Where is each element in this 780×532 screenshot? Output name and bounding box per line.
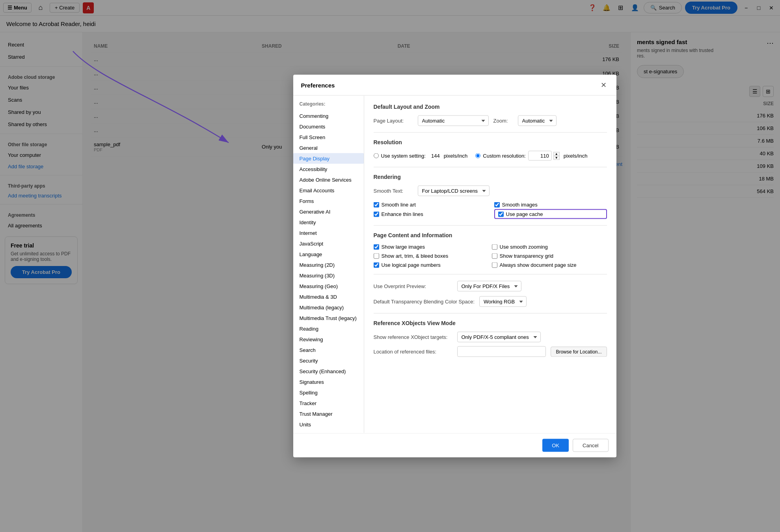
xobj-target-row: Show reference XObject targets: Only PDF… [374, 332, 607, 342]
location-row: Location of referenced files: Browse for… [374, 346, 607, 357]
use-logical-page-numbers-text: Use logical page numbers [382, 262, 441, 268]
divider-5 [374, 313, 607, 314]
dialog-category-tracker[interactable]: Tracker [293, 398, 364, 409]
resolution-spinner: ▲ ▼ [553, 152, 560, 160]
use-logical-page-numbers-checkbox[interactable] [374, 262, 379, 268]
smooth-images-text: Smooth images [502, 202, 538, 208]
system-setting-radio-label[interactable]: Use system setting: 144 pixels/inch [374, 153, 468, 159]
dialog-title: Preferences [301, 82, 335, 88]
use-smooth-zooming-text: Use smooth zooming [500, 244, 548, 250]
dialog-close-button[interactable]: ✕ [599, 80, 609, 90]
divider-2 [374, 167, 607, 167]
dialog-category-multimedia-3d[interactable]: Multimedia & 3D [293, 292, 364, 302]
enhance-thin-lines-label[interactable]: Enhance thin lines [374, 209, 486, 219]
custom-resolution-radio[interactable] [475, 153, 480, 158]
dialog-header: Preferences ✕ [293, 75, 616, 96]
smooth-images-checkbox[interactable] [494, 202, 500, 207]
xobject-title: Reference XObjects View Mode [374, 320, 607, 326]
smooth-line-art-text: Smooth line art [382, 202, 416, 208]
smooth-text-select[interactable]: For Laptop/LCD screens None For Monitor … [418, 186, 490, 196]
use-smooth-zooming-checkbox[interactable] [492, 244, 497, 249]
categories-label: Categories: [293, 99, 364, 109]
zoom-select[interactable]: Automatic Fit Page 100% [518, 115, 557, 126]
dialog-category-forms[interactable]: Forms [293, 196, 364, 206]
ok-button[interactable]: OK [542, 439, 569, 452]
location-input[interactable] [457, 346, 546, 357]
always-show-doc-size-label[interactable]: Always show document page size [492, 262, 607, 268]
show-large-images-label[interactable]: Show large images [374, 244, 489, 250]
use-page-cache-checkbox[interactable] [498, 211, 504, 217]
show-ref-select[interactable]: Only PDF/X-5 compliant ones Always Never [457, 332, 541, 342]
dialog-category-measuring-2d[interactable]: Measuring (2D) [293, 260, 364, 270]
show-transparency-grid-checkbox[interactable] [492, 253, 497, 259]
dialog-category-security-enhanced[interactable]: Security (Enhanced) [293, 366, 364, 377]
dialog-category-measuring-3d[interactable]: Measuring (3D) [293, 270, 364, 281]
show-art-trim-label[interactable]: Show art, trim, & bleed boxes [374, 253, 489, 259]
dialog-category-generative-ai[interactable]: Generative AI [293, 206, 364, 217]
use-logical-page-numbers-label[interactable]: Use logical page numbers [374, 262, 489, 268]
dialog-category-measuring-geo[interactable]: Measuring (Geo) [293, 281, 364, 292]
custom-resolution-radio-label[interactable]: Custom resolution: ▲ ▼ pixels/inch [475, 151, 587, 161]
always-show-doc-size-checkbox[interactable] [492, 262, 497, 268]
dialog-body: Categories: CommentingDocumentsFull Scre… [293, 96, 616, 433]
show-art-trim-checkbox[interactable] [374, 253, 379, 259]
zoom-label: Zoom: [493, 118, 513, 124]
cancel-button[interactable]: Cancel [573, 439, 608, 452]
overprint-row: Use Overprint Preview: Only For PDF/X Fi… [374, 281, 607, 292]
dialog-category-security[interactable]: Security [293, 355, 364, 366]
show-large-images-text: Show large images [382, 244, 425, 250]
dialog-category-trust-manager[interactable]: Trust Manager [293, 409, 364, 419]
system-setting-radio[interactable] [374, 153, 379, 158]
dialog-main-content: Default Layout and Zoom Page Layout: Aut… [364, 96, 616, 433]
layout-zoom-title: Default Layout and Zoom [374, 104, 607, 110]
resolution-input[interactable] [528, 151, 552, 161]
dialog-category-accessibility[interactable]: Accessibility [293, 164, 364, 175]
smooth-line-art-checkbox[interactable] [374, 202, 379, 207]
system-dpi-value: 144 [431, 153, 440, 159]
dialog-category-email-accounts[interactable]: Email Accounts [293, 185, 364, 196]
dialog-category-multimedia-trust[interactable]: Multimedia Trust (legacy) [293, 313, 364, 324]
enhance-thin-lines-checkbox[interactable] [374, 211, 379, 217]
transparency-select[interactable]: Working RGB sRGB [479, 296, 527, 307]
browse-button[interactable]: Browse for Location... [551, 346, 607, 357]
render-checkboxes: Smooth line art Smooth images Enhance th… [374, 202, 607, 219]
dialog-category-search[interactable]: Search [293, 345, 364, 355]
dialog-category-page-display[interactable]: Page Display [293, 153, 364, 164]
dialog-category-general[interactable]: General [293, 143, 364, 153]
transparency-row: Default Transparency Blending Color Spac… [374, 296, 607, 307]
page-layout-select[interactable]: Automatic Single Page Single Page Contin… [418, 115, 489, 126]
page-layout-label: Page Layout: [374, 118, 413, 124]
dialog-category-javascript[interactable]: JavaScript [293, 238, 364, 249]
overprint-select[interactable]: Only For PDF/X Files Always Never [457, 281, 521, 292]
show-transparency-grid-label[interactable]: Show transparency grid [492, 253, 607, 259]
smooth-text-label: Smooth Text: [374, 188, 413, 194]
smooth-line-art-label[interactable]: Smooth line art [374, 202, 486, 208]
dialog-category-documents[interactable]: Documents [293, 121, 364, 132]
dialog-category-full-screen[interactable]: Full Screen [293, 132, 364, 143]
preferences-dialog: Preferences ✕ Categories: CommentingDocu… [293, 75, 616, 458]
dialog-category-signatures[interactable]: Signatures [293, 377, 364, 387]
page-content-title: Page Content and Information [374, 232, 607, 238]
resolution-radio-group: Use system setting: 144 pixels/inch Cust… [374, 151, 607, 161]
use-page-cache-label[interactable]: Use page cache [498, 211, 543, 217]
dialog-category-adobe-online[interactable]: Adobe Online Services [293, 175, 364, 185]
dialog-category-identity[interactable]: Identity [293, 217, 364, 228]
use-smooth-zooming-label[interactable]: Use smooth zooming [492, 244, 607, 250]
spinner-down[interactable]: ▼ [553, 156, 560, 160]
dialog-category-units[interactable]: Units [293, 419, 364, 430]
smooth-images-label[interactable]: Smooth images [494, 202, 607, 208]
smooth-text-row: Smooth Text: For Laptop/LCD screens None… [374, 186, 607, 196]
dialog-category-reading[interactable]: Reading [293, 324, 364, 334]
dialog-category-commenting[interactable]: Commenting [293, 111, 364, 121]
location-label: Location of referenced files: [374, 349, 452, 355]
divider-1 [374, 132, 607, 133]
dialog-category-spelling[interactable]: Spelling [293, 387, 364, 398]
spinner-up[interactable]: ▲ [553, 152, 560, 156]
dialog-category-reviewing[interactable]: Reviewing [293, 334, 364, 345]
dialog-category-language[interactable]: Language [293, 249, 364, 260]
dialog-category-internet[interactable]: Internet [293, 228, 364, 238]
resolution-title: Resolution [374, 139, 607, 145]
overprint-label: Use Overprint Preview: [374, 283, 452, 289]
show-large-images-checkbox[interactable] [374, 244, 379, 249]
dialog-category-multimedia-legacy[interactable]: Multimedia (legacy) [293, 302, 364, 313]
